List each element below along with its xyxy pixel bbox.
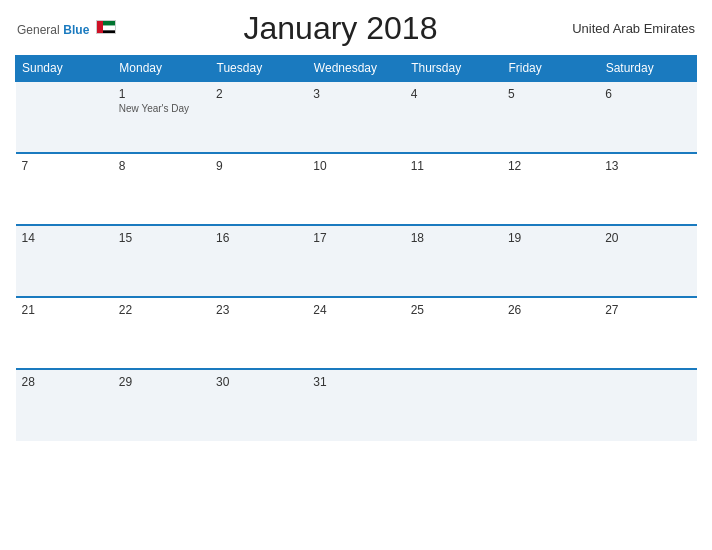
- day-number: 13: [605, 159, 690, 173]
- calendar-day-cell: 21: [16, 297, 113, 369]
- weekday-header-sunday: Sunday: [16, 56, 113, 82]
- calendar-day-cell: 24: [307, 297, 404, 369]
- calendar-day-cell: 25: [405, 297, 502, 369]
- day-number: 28: [22, 375, 107, 389]
- day-number: 8: [119, 159, 204, 173]
- day-number: 9: [216, 159, 301, 173]
- calendar-day-cell: [599, 369, 696, 441]
- calendar-day-cell: 30: [210, 369, 307, 441]
- day-number: 22: [119, 303, 204, 317]
- calendar-week-row: 28293031: [16, 369, 697, 441]
- day-number: 20: [605, 231, 690, 245]
- calendar-day-cell: 16: [210, 225, 307, 297]
- calendar-day-cell: 28: [16, 369, 113, 441]
- day-number: 31: [313, 375, 398, 389]
- weekday-header-row: SundayMondayTuesdayWednesdayThursdayFrid…: [16, 56, 697, 82]
- calendar-day-cell: 29: [113, 369, 210, 441]
- calendar-week-row: 1New Year's Day23456: [16, 81, 697, 153]
- calendar-week-row: 78910111213: [16, 153, 697, 225]
- day-number: 18: [411, 231, 496, 245]
- day-number: 26: [508, 303, 593, 317]
- day-number: 16: [216, 231, 301, 245]
- day-number: 10: [313, 159, 398, 173]
- calendar-day-cell: 20: [599, 225, 696, 297]
- day-number: 19: [508, 231, 593, 245]
- svg-rect-3: [97, 21, 103, 34]
- day-number: 4: [411, 87, 496, 101]
- calendar-day-cell: 15: [113, 225, 210, 297]
- day-number: 23: [216, 303, 301, 317]
- day-number: 14: [22, 231, 107, 245]
- day-number: 15: [119, 231, 204, 245]
- calendar-day-cell: 6: [599, 81, 696, 153]
- weekday-header-thursday: Thursday: [405, 56, 502, 82]
- calendar-week-row: 14151617181920: [16, 225, 697, 297]
- calendar-day-cell: 27: [599, 297, 696, 369]
- calendar-day-cell: 5: [502, 81, 599, 153]
- day-number: 29: [119, 375, 204, 389]
- calendar-day-cell: [502, 369, 599, 441]
- calendar-day-cell: 13: [599, 153, 696, 225]
- day-number: 27: [605, 303, 690, 317]
- calendar-day-cell: 10: [307, 153, 404, 225]
- day-number: 17: [313, 231, 398, 245]
- weekday-header-saturday: Saturday: [599, 56, 696, 82]
- holiday-name: New Year's Day: [119, 103, 204, 114]
- logo-blue-text: Blue: [63, 23, 89, 37]
- day-number: 24: [313, 303, 398, 317]
- calendar-day-cell: 26: [502, 297, 599, 369]
- calendar-day-cell: 22: [113, 297, 210, 369]
- day-number: 11: [411, 159, 496, 173]
- day-number: 21: [22, 303, 107, 317]
- day-number: 12: [508, 159, 593, 173]
- day-number: 6: [605, 87, 690, 101]
- calendar-day-cell: 12: [502, 153, 599, 225]
- calendar-day-cell: 3: [307, 81, 404, 153]
- calendar-day-cell: 31: [307, 369, 404, 441]
- calendar-day-cell: 14: [16, 225, 113, 297]
- calendar-day-cell: [16, 81, 113, 153]
- country-label: United Arab Emirates: [565, 21, 695, 36]
- day-number: 1: [119, 87, 204, 101]
- calendar-day-cell: 19: [502, 225, 599, 297]
- calendar-week-row: 21222324252627: [16, 297, 697, 369]
- calendar-header: General Blue January 2018 United Arab Em…: [15, 10, 697, 47]
- logo-flag-icon: [96, 20, 116, 34]
- calendar-table: SundayMondayTuesdayWednesdayThursdayFrid…: [15, 55, 697, 441]
- calendar-day-cell: 11: [405, 153, 502, 225]
- calendar-day-cell: 1New Year's Day: [113, 81, 210, 153]
- weekday-header-wednesday: Wednesday: [307, 56, 404, 82]
- day-number: 3: [313, 87, 398, 101]
- calendar-day-cell: [405, 369, 502, 441]
- day-number: 2: [216, 87, 301, 101]
- calendar-day-cell: 8: [113, 153, 210, 225]
- logo: General Blue: [17, 20, 116, 37]
- calendar-day-cell: 4: [405, 81, 502, 153]
- day-number: 7: [22, 159, 107, 173]
- day-number: 30: [216, 375, 301, 389]
- weekday-header-monday: Monday: [113, 56, 210, 82]
- calendar-day-cell: 23: [210, 297, 307, 369]
- calendar-day-cell: 17: [307, 225, 404, 297]
- calendar-day-cell: 2: [210, 81, 307, 153]
- calendar-day-cell: 7: [16, 153, 113, 225]
- day-number: 5: [508, 87, 593, 101]
- day-number: 25: [411, 303, 496, 317]
- logo-general-text: General: [17, 23, 60, 37]
- weekday-header-friday: Friday: [502, 56, 599, 82]
- month-title: January 2018: [116, 10, 565, 47]
- weekday-header-tuesday: Tuesday: [210, 56, 307, 82]
- calendar-day-cell: 18: [405, 225, 502, 297]
- calendar-day-cell: 9: [210, 153, 307, 225]
- calendar-container: General Blue January 2018 United Arab Em…: [0, 0, 712, 550]
